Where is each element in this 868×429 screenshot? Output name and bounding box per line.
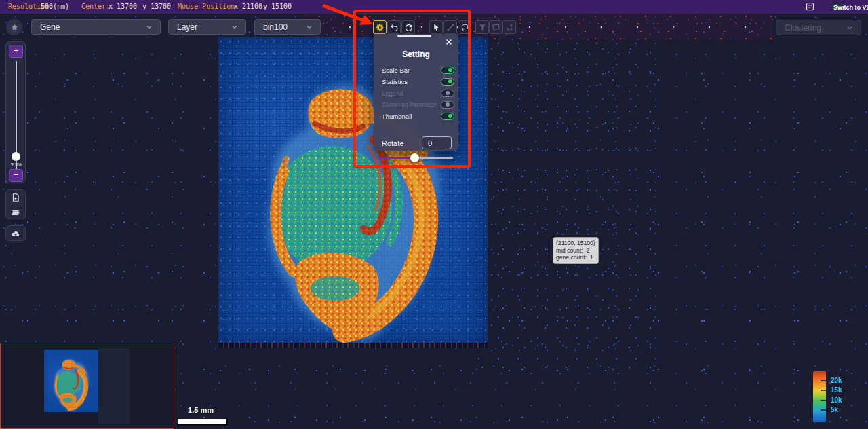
gene-dropdown-value: Gene	[40, 22, 60, 32]
comment-icon	[492, 23, 500, 32]
mouse-position-label: Mouse Position:	[178, 3, 239, 10]
bin-dropdown-value: bin100	[263, 22, 288, 32]
center-label: Center:	[81, 3, 110, 10]
switch-to-v2-label: Switch to V2	[833, 4, 868, 11]
zoom-level-label: 3.3%	[6, 162, 26, 168]
tooltip-coords: (21100, 15100)	[556, 240, 595, 247]
feedback-icon	[805, 1, 815, 12]
thumbnail-viewport	[98, 348, 130, 424]
layer-dropdown[interactable]: Layer	[168, 19, 246, 35]
switch-to-v2-button[interactable]: Switch to V2	[830, 1, 844, 12]
clustering-dropdown: Clustering	[776, 20, 861, 35]
mouse-y-value: y 15100	[263, 3, 292, 10]
zoom-control: + 3.3% −	[5, 41, 26, 183]
open-folder-button[interactable]	[6, 205, 25, 220]
scale-bar: 1.5 mm	[175, 406, 231, 429]
zoom-in-button[interactable]: +	[9, 45, 23, 58]
annotation-arrow	[317, 0, 378, 31]
thumbnail-tissue	[44, 350, 98, 412]
annotation-rectangle	[353, 10, 471, 168]
resolution-value: 500(nm)	[41, 3, 69, 10]
save-file-button[interactable]	[6, 190, 25, 205]
home-button[interactable]	[6, 19, 22, 35]
thumbnail-minimap[interactable]	[0, 343, 174, 429]
legend-tick-label: 10k	[831, 396, 842, 404]
scatter-button[interactable]	[502, 20, 516, 34]
mouse-x-value: x 21100	[234, 3, 262, 10]
chevron-down-icon	[231, 23, 239, 31]
bin-dropdown[interactable]: bin100	[254, 19, 321, 35]
legend-tick-label: 15k	[831, 386, 842, 394]
file-button-group	[5, 189, 26, 219]
legend-tick	[821, 400, 826, 401]
home-icon	[10, 23, 19, 32]
legend-tick	[821, 380, 826, 381]
center-x-value: x 13700	[108, 3, 137, 10]
feedback-button[interactable]	[805, 1, 816, 12]
scatter-nodes-icon	[505, 23, 514, 32]
thumbnail-image	[44, 350, 98, 412]
color-legend: 20k 15k 10k 5k	[813, 371, 861, 426]
legend-tick	[821, 390, 826, 391]
zoom-slider-knob[interactable]	[12, 152, 20, 161]
legend-tick	[821, 409, 826, 411]
chevron-down-icon	[305, 23, 313, 31]
cloud-upload-button[interactable]	[5, 225, 26, 241]
filter-funnel-icon	[478, 23, 487, 32]
layer-dropdown-value: Layer	[177, 22, 197, 32]
chevron-down-icon	[145, 23, 153, 31]
cloud-upload-icon	[11, 229, 20, 238]
chip-bottom-edge	[218, 343, 488, 348]
scale-bar-label: 1.5 mm	[175, 406, 226, 414]
hover-tooltip: (21100, 15100) mid count: 2 gene count: …	[553, 237, 599, 264]
comment-button[interactable]	[489, 20, 502, 34]
save-file-icon	[11, 193, 20, 202]
tooltip-gene-count: gene count: 1	[556, 254, 595, 261]
center-y-value: y 13700	[142, 3, 171, 10]
tooltip-mid-count: mid count: 2	[556, 247, 595, 255]
legend-gradient-bar	[813, 371, 826, 422]
filter-button[interactable]	[475, 20, 489, 34]
chevron-down-icon	[846, 24, 854, 32]
clustering-dropdown-value: Clustering	[785, 23, 821, 33]
legend-tick-label: 20k	[831, 377, 842, 384]
open-folder-icon	[11, 208, 20, 217]
legend-tick-label: 5k	[831, 406, 838, 413]
chip-speckle-region	[475, 37, 656, 371]
zoom-out-button[interactable]: −	[9, 169, 23, 182]
gene-dropdown[interactable]: Gene	[31, 19, 161, 35]
scale-bar-ruler	[178, 419, 226, 424]
app-root: Gene Layer bin100 Clustering	[0, 0, 868, 429]
